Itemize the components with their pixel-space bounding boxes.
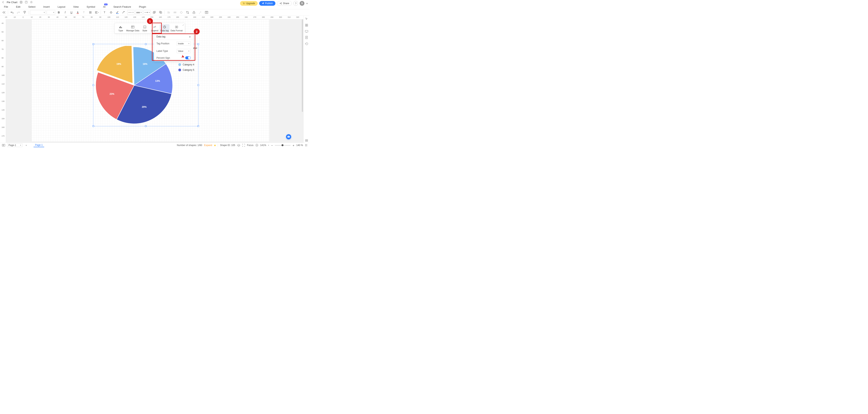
back-icon[interactable] — [2, 1, 4, 3]
resize-handle-bm[interactable] — [145, 125, 147, 127]
menu-select[interactable]: Select — [28, 5, 35, 8]
save-icon[interactable] — [20, 1, 23, 4]
bold-icon[interactable]: B — [56, 10, 62, 15]
layers-icon[interactable] — [237, 144, 240, 147]
pin-icon[interactable]: ⤢ — [182, 24, 184, 26]
focus-label[interactable]: Focus — [247, 144, 253, 147]
pin-panel-icon[interactable] — [189, 36, 191, 38]
help-icon[interactable]: ? — [293, 1, 298, 6]
star-icon[interactable] — [30, 1, 33, 4]
menu-symbol[interactable]: Symbol — [87, 5, 95, 8]
add-page-button[interactable]: ＋ — [25, 143, 28, 147]
diamond-icon[interactable]: ◆ — [214, 144, 216, 147]
italic-icon[interactable]: I — [62, 10, 68, 15]
line-weight-select[interactable]: ▾ — [135, 10, 143, 15]
undo-icon[interactable] — [9, 10, 15, 15]
chart-tab-data-format[interactable]: Data Format — [169, 24, 184, 33]
assistant-bot-button[interactable] — [286, 134, 291, 139]
label-type-select[interactable]: Value▾ — [177, 49, 191, 53]
align-v-icon[interactable]: ▾ — [94, 10, 99, 15]
menu-insert[interactable]: Insert — [43, 5, 50, 8]
resize-handle-tl[interactable] — [93, 43, 94, 45]
user-avatar[interactable]: S — [300, 1, 304, 6]
chart-tab-type[interactable]: Type — [116, 24, 126, 33]
menu-plugin[interactable]: Plugin — [139, 5, 146, 8]
toggle-panel-icon[interactable] — [1, 10, 7, 15]
play-icon[interactable] — [255, 144, 258, 147]
distribute-icon[interactable] — [172, 10, 178, 15]
redo-icon[interactable] — [16, 10, 21, 15]
tag-position-select[interactable]: Inside▾ — [177, 41, 191, 46]
font-family-select[interactable]: ▾ — [30, 10, 46, 15]
send-back-icon[interactable] — [158, 10, 163, 15]
focus-target-icon[interactable] — [242, 144, 245, 147]
line-color-icon[interactable] — [115, 10, 120, 15]
resize-handle-mr[interactable] — [197, 84, 199, 86]
rail-history-icon[interactable] — [305, 42, 308, 45]
zoom-slider[interactable] — [275, 145, 290, 146]
menu-layout[interactable]: Layout — [58, 5, 65, 8]
font-size-select[interactable]: ▾ — [46, 10, 55, 15]
effects-icon[interactable] — [179, 10, 184, 15]
data-format-icon — [175, 25, 178, 29]
menu-search-feature[interactable]: Search Feature — [114, 5, 131, 8]
format-painter-icon[interactable] — [22, 10, 27, 15]
menu-ai[interactable]: AIhot — [103, 5, 105, 8]
arrow-style-select[interactable]: ▾ — [144, 10, 151, 15]
chart-tab-manage-data[interactable]: Manage Data — [126, 24, 140, 33]
menu-edit[interactable]: Edit — [16, 5, 20, 8]
bring-front-icon[interactable] — [152, 10, 157, 15]
page-paper[interactable]: 19%16%13%29%23% alue Category 4 Category… — [32, 19, 269, 141]
chart-tab-style[interactable]: Style — [140, 24, 150, 33]
menu-file[interactable]: File — [4, 5, 8, 8]
scrollbar-thumb[interactable] — [302, 19, 303, 112]
rail-page-icon[interactable] — [305, 36, 308, 39]
page-tab-1[interactable]: Page-1 — [34, 143, 44, 147]
share-label: Share — [283, 2, 289, 5]
upgrade-button[interactable]: Upgrade — [240, 1, 258, 6]
rail-present-icon[interactable] — [305, 30, 308, 33]
zoom-slider-thumb[interactable] — [281, 144, 283, 146]
share-button[interactable]: Share — [277, 1, 292, 6]
rail-shapes-icon[interactable] — [305, 24, 308, 27]
resize-handle-tr[interactable] — [197, 43, 199, 45]
resize-handle-bl[interactable] — [93, 125, 94, 127]
resize-handle-tm[interactable] — [145, 43, 147, 45]
rail-cursor-icon[interactable] — [305, 18, 308, 21]
lock-icon[interactable] — [191, 10, 197, 15]
text-style-icon[interactable]: T — [81, 10, 87, 15]
font-color-icon[interactable] — [75, 10, 81, 15]
publish-button[interactable]: Publish — [259, 1, 275, 6]
chart-tab-legend[interactable]: Legend — [150, 24, 160, 33]
text-tool-icon[interactable]: T — [102, 10, 107, 15]
align-h-icon[interactable] — [88, 10, 93, 15]
table-icon[interactable] — [204, 10, 209, 15]
menu-view[interactable]: View — [73, 5, 79, 8]
user-menu-caret-icon[interactable]: ▾ — [306, 2, 308, 5]
export-icon[interactable] — [25, 1, 28, 4]
page-select[interactable]: Page-1 ▾ — [7, 143, 23, 147]
zoom-out-icon[interactable]: − — [271, 144, 273, 147]
expand-link[interactable]: Expand — [204, 144, 212, 147]
tools-icon[interactable] — [197, 10, 203, 15]
fit-screen-icon[interactable] — [305, 144, 307, 147]
page-list-icon[interactable] — [2, 144, 5, 146]
underline-icon[interactable]: U — [69, 10, 74, 15]
svg-rect-22 — [169, 12, 169, 13]
svg-rect-1 — [21, 1, 22, 2]
canvas-area[interactable]: 19%16%13%29%23% alue Category 4 Category… — [6, 19, 303, 143]
svg-rect-0 — [20, 1, 22, 3]
align-objects-icon[interactable] — [166, 10, 172, 15]
connector-icon[interactable] — [121, 10, 126, 15]
resize-handle-br[interactable] — [197, 125, 199, 127]
svg-rect-28 — [119, 27, 120, 28]
fill-icon[interactable] — [108, 10, 114, 15]
crop-icon[interactable] — [185, 10, 190, 15]
zoom-in-icon[interactable]: + — [292, 144, 294, 147]
percent-sign-toggle[interactable] — [185, 56, 191, 59]
collapse-panel-icon[interactable] — [305, 139, 308, 142]
vertical-scrollbar[interactable] — [302, 19, 303, 143]
line-style-select[interactable]: ▾ — [127, 10, 134, 15]
resize-handle-ml[interactable] — [93, 84, 94, 86]
chart-tab-data-tag[interactable]: Data tag — [160, 24, 169, 33]
